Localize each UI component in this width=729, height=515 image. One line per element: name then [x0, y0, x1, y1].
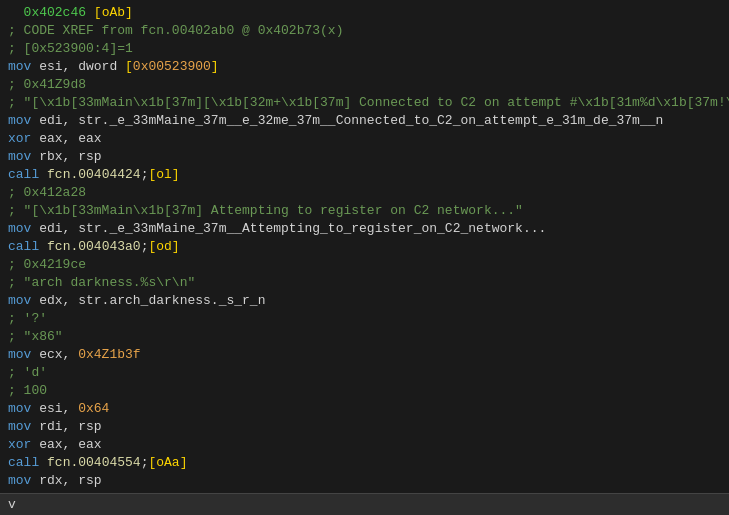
line-content: ; 100 — [8, 382, 721, 400]
scroll-down-arrow[interactable]: v — [8, 497, 16, 512]
line-content: mov edx, str.arch_darkness._s_r_n — [8, 292, 721, 310]
code-line-3: ; [0x523900:4]=1 — [0, 40, 729, 58]
line-content: mov ecx, 0x4Z1b3f — [8, 346, 721, 364]
line-content: mov rdi, rsp — [8, 418, 721, 436]
code-line-17: mov edx, str.arch_darkness._s_r_n — [0, 292, 729, 310]
code-line-20: mov ecx, 0x4Z1b3f — [0, 346, 729, 364]
code-line-21: ; 'd' — [0, 364, 729, 382]
line-content: mov rdx, rsp — [8, 472, 721, 490]
code-line-9: mov rbx, rsp — [0, 148, 729, 166]
code-line-25: xor eax, eax — [0, 436, 729, 454]
line-content: mov edi, str._e_33mMaine_37m__e_32me_37m… — [8, 112, 721, 130]
code-line-27: mov rdx, rsp — [0, 472, 729, 490]
line-content: call fcn.004043a0;[od] — [8, 238, 721, 256]
code-line-10: call fcn.00404424;[ol] — [0, 166, 729, 184]
bottom-bar: v — [0, 493, 729, 515]
code-line-2: ; CODE XREF from fcn.00402ab0 @ 0x402b73… — [0, 22, 729, 40]
code-line-5: ; 0x41Z9d8 — [0, 76, 729, 94]
line-content: mov esi, 0x64 — [8, 400, 721, 418]
code-line-18: ; '?' — [0, 310, 729, 328]
code-line-11: ; 0x412a28 — [0, 184, 729, 202]
line-content: 0x402c46 [oAb] — [8, 4, 721, 22]
code-line-24: mov rdi, rsp — [0, 418, 729, 436]
code-line-7: mov edi, str._e_33mMaine_37m__e_32me_37m… — [0, 112, 729, 130]
line-content: mov edi, str._e_33mMaine_37m__Attempting… — [8, 220, 721, 238]
code-line-4: mov esi, dword [0x00523900] — [0, 58, 729, 76]
line-content: ; 0x4219ce — [8, 256, 721, 274]
code-line-8: xor eax, eax — [0, 130, 729, 148]
code-line-19: ; "x86" — [0, 328, 729, 346]
line-content: xor eax, eax — [8, 130, 721, 148]
line-content: call fcn.00404424;[ol] — [8, 166, 721, 184]
line-content: xor eax, eax — [8, 436, 721, 454]
line-content: ; 'd' — [8, 364, 721, 382]
line-content: ; '?' — [8, 310, 721, 328]
code-line-12: ; "[\x1b[33mMain\x1b[37m] Attempting to … — [0, 202, 729, 220]
code-line-22: ; 100 — [0, 382, 729, 400]
line-content: ; "arch darkness.%s\r\n" — [8, 274, 721, 292]
line-content: ; "x86" — [8, 328, 721, 346]
line-content: ; 0x412a28 — [8, 184, 721, 202]
line-content: ; "[\x1b[33mMain\x1b[37m] Attempting to … — [8, 202, 721, 220]
code-lines: 0x402c46 [oAb]; CODE XREF from fcn.00402… — [0, 4, 729, 515]
line-content: ; 0x41Z9d8 — [8, 76, 721, 94]
line-content: ; "[\x1b[33mMain\x1b[37m][\x1b[32m+\x1b[… — [8, 94, 729, 112]
code-line-13: mov edi, str._e_33mMaine_37m__Attempting… — [0, 220, 729, 238]
code-view[interactable]: 0x402c46 [oAb]; CODE XREF from fcn.00402… — [0, 0, 729, 515]
line-content: call fcn.00404554;[oAa] — [8, 454, 721, 472]
code-line-26: call fcn.00404554;[oAa] — [0, 454, 729, 472]
code-line-1: 0x402c46 [oAb] — [0, 4, 729, 22]
code-line-15: ; 0x4219ce — [0, 256, 729, 274]
line-content: ; CODE XREF from fcn.00402ab0 @ 0x402b73… — [8, 22, 721, 40]
code-line-14: call fcn.004043a0;[od] — [0, 238, 729, 256]
code-line-6: ; "[\x1b[33mMain\x1b[37m][\x1b[32m+\x1b[… — [0, 94, 729, 112]
line-content: ; [0x523900:4]=1 — [8, 40, 721, 58]
code-line-23: mov esi, 0x64 — [0, 400, 729, 418]
line-content: mov rbx, rsp — [8, 148, 721, 166]
code-line-16: ; "arch darkness.%s\r\n" — [0, 274, 729, 292]
line-content: mov esi, dword [0x00523900] — [8, 58, 721, 76]
